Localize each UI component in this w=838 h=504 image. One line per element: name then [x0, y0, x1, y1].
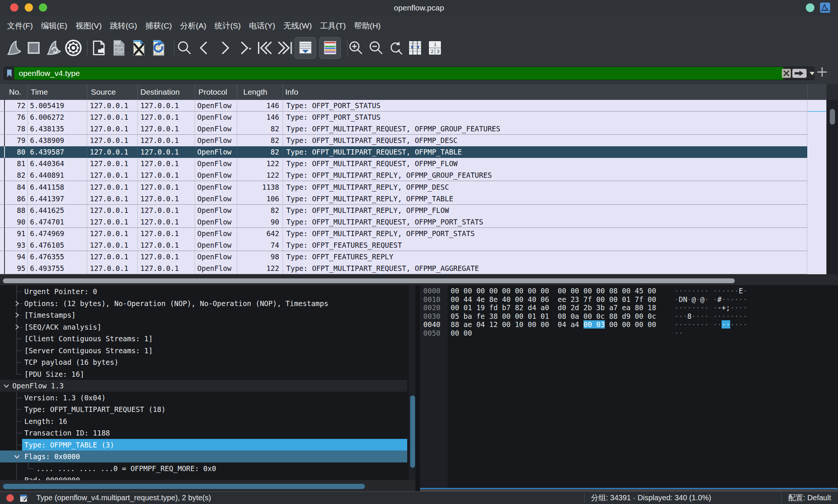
details-vscroll-thumb[interactable]: [410, 395, 415, 468]
packet-row-82[interactable]: 826.440891127.0.0.1127.0.0.1OpenFlow122T…: [0, 169, 807, 181]
detail-row[interactable]: Version: 1.3 (0x04): [0, 392, 407, 404]
filter-apply-icon[interactable]: [792, 69, 807, 78]
menu-item-9[interactable]: 工具(T): [316, 16, 350, 36]
packet-row-80[interactable]: 806.439587127.0.0.1127.0.0.1OpenFlow82Ty…: [0, 146, 807, 158]
zoom-in-button[interactable]: [347, 39, 365, 57]
start-capture-button[interactable]: [5, 39, 23, 57]
auto-scroll-button[interactable]: [295, 37, 316, 59]
hex-row-0010[interactable]: 001000 44 4e 8e 40 00 40 06 ee 23 7f 00 …: [415, 295, 838, 304]
packet-row-91[interactable]: 916.474969127.0.0.1127.0.0.1OpenFlow642T…: [0, 228, 807, 239]
detail-row[interactable]: [PDU Size: 16]: [0, 368, 407, 380]
packet-list-hscroll-thumb[interactable]: [3, 278, 735, 283]
go-last-button[interactable]: [276, 39, 294, 57]
menu-item-8[interactable]: 无线(W): [279, 16, 316, 36]
column-header-destination[interactable]: Destination: [140, 84, 180, 100]
column-separator[interactable]: [27, 84, 28, 100]
detail-row[interactable]: [Client Contiguous Streams: 1]: [0, 333, 407, 345]
menu-item-4[interactable]: 捕获(C): [141, 16, 176, 36]
detail-row[interactable]: [Timestamps]: [0, 309, 407, 321]
menu-item-7[interactable]: 电话(Y): [245, 16, 279, 36]
capture-options-button[interactable]: [64, 39, 82, 57]
zoom-out-button[interactable]: [367, 39, 385, 57]
expanded-chevron-icon[interactable]: [3, 382, 10, 389]
hex-row-0040[interactable]: 004088 ae 04 12 00 10 00 00 04 a4 00 03 …: [415, 320, 838, 329]
expanded-chevron-icon[interactable]: [13, 453, 20, 460]
packet-row-78[interactable]: 786.438135127.0.0.1127.0.0.1OpenFlow82Ty…: [0, 123, 807, 135]
packet-row-88[interactable]: 886.441625127.0.0.1127.0.0.1OpenFlow82Ty…: [0, 205, 807, 216]
filter-add-button[interactable]: [817, 67, 827, 77]
status-profile[interactable]: 配置: Default: [788, 492, 831, 504]
column-header-length[interactable]: Length: [243, 84, 267, 100]
column-header-no[interactable]: No.: [9, 84, 21, 100]
detail-row[interactable]: Type: OFPT_MULTIPART_REQUEST (18): [0, 403, 407, 415]
detail-row[interactable]: Options: (12 bytes), No-Operation (NOP),…: [0, 297, 407, 309]
reload-file-button[interactable]: 10101100110: [150, 39, 168, 57]
detail-row[interactable]: Length: 16: [0, 415, 407, 427]
packet-list-hscrollbar[interactable]: [0, 274, 838, 285]
detail-row[interactable]: .... .... .... ...0 = OFPMPF_REQ_MORE: 0…: [0, 462, 407, 474]
details-hscrollbar[interactable]: [0, 480, 415, 491]
resize-columns-button[interactable]: [406, 39, 424, 57]
column-separator[interactable]: [237, 84, 237, 100]
detail-row[interactable]: Urgent Pointer: 0: [0, 285, 407, 297]
column-header-protocol[interactable]: Protocol: [198, 84, 227, 100]
detail-row[interactable]: [Server Contiguous Streams: 1]: [0, 345, 407, 357]
detail-row[interactable]: [SEQ/ACK analysis]: [0, 321, 407, 333]
detail-row[interactable]: Transaction ID: 1188: [0, 427, 407, 439]
go-to-packet-button[interactable]: [235, 39, 253, 57]
details-hscroll-thumb[interactable]: [3, 484, 365, 489]
column-header-time[interactable]: Time: [31, 84, 48, 100]
close-file-button[interactable]: 01010110: [130, 39, 148, 57]
auto-resize-button[interactable]: 123: [426, 39, 444, 57]
hex-row-0020[interactable]: 002000 01 19 fd b7 82 d4 a0 d0 2d 2b 3b …: [415, 303, 838, 312]
menu-item-0[interactable]: 文件(F): [3, 16, 37, 36]
packet-row-90[interactable]: 906.474701127.0.0.1127.0.0.1OpenFlow90Ty…: [0, 216, 807, 228]
column-separator[interactable]: [807, 84, 808, 100]
hex-row-0050[interactable]: 005000 00··: [415, 329, 838, 337]
column-header-source[interactable]: Source: [91, 84, 116, 100]
detail-row[interactable]: Type: OFPMP_TABLE (3): [22, 439, 407, 451]
expert-info-icon[interactable]: [6, 494, 14, 502]
tray-status-icon[interactable]: [806, 3, 814, 12]
go-forward-button[interactable]: [216, 39, 234, 57]
menu-item-3[interactable]: 跳转(G): [106, 16, 141, 36]
find-packet-button[interactable]: [175, 39, 193, 57]
packet-row-81[interactable]: 816.440364127.0.0.1127.0.0.1OpenFlow122T…: [0, 158, 807, 169]
column-header-info[interactable]: Info: [285, 84, 298, 100]
filter-dropdown-caret[interactable]: [810, 72, 814, 75]
packet-row-95[interactable]: 956.493755127.0.0.1127.0.0.1OpenFlow122T…: [0, 263, 807, 274]
packet-row-94[interactable]: 946.476355127.0.0.1127.0.0.1OpenFlow98Ty…: [0, 251, 807, 263]
detail-row[interactable]: TCP payload (16 bytes): [0, 356, 407, 368]
hex-row-0030[interactable]: 003005 ba fe 38 00 00 01 01 08 0a 00 0c …: [415, 312, 838, 321]
save-file-button[interactable]: 010100110101110: [110, 39, 128, 57]
zoom-reset-button[interactable]: [387, 39, 405, 57]
column-separator[interactable]: [137, 84, 138, 100]
filter-bookmark-icon[interactable]: [4, 67, 14, 80]
restart-capture-button[interactable]: [45, 39, 63, 57]
packet-row-84[interactable]: 846.441158127.0.0.1127.0.0.1OpenFlow1138…: [0, 181, 807, 193]
display-filter-input[interactable]: openflow_v4.type: [14, 67, 783, 80]
column-separator[interactable]: [283, 84, 283, 100]
go-first-button[interactable]: [256, 39, 274, 57]
menu-item-5[interactable]: 分析(A): [176, 16, 210, 36]
collapsed-chevron-icon[interactable]: [13, 312, 20, 318]
menu-item-10[interactable]: 帮助(H): [350, 16, 385, 36]
packet-row-72[interactable]: 725.005419127.0.0.1127.0.0.1OpenFlow146T…: [0, 100, 807, 112]
collapsed-chevron-icon[interactable]: [13, 300, 20, 307]
colorize-button[interactable]: [319, 37, 341, 59]
menu-item-2[interactable]: 视图(V): [71, 16, 106, 36]
detail-row[interactable]: Pad: 00000000: [0, 474, 407, 480]
menu-item-6[interactable]: 统计(S): [210, 16, 245, 36]
packet-row-76[interactable]: 766.006272127.0.0.1127.0.0.1OpenFlow146T…: [0, 112, 807, 123]
packet-list-vscrollbar[interactable]: [826, 100, 838, 274]
filter-clear-icon[interactable]: [782, 69, 791, 78]
packet-row-79[interactable]: 796.438909127.0.0.1127.0.0.1OpenFlow82Ty…: [0, 135, 807, 146]
column-separator[interactable]: [87, 84, 87, 100]
packet-list-vscroll-thumb[interactable]: [830, 109, 835, 125]
menu-item-1[interactable]: 编辑(E): [37, 16, 71, 36]
packet-row-86[interactable]: 866.441397127.0.0.1127.0.0.1OpenFlow106T…: [0, 193, 807, 205]
column-separator[interactable]: [195, 84, 195, 100]
go-back-button[interactable]: [195, 39, 213, 57]
open-file-button[interactable]: [90, 39, 108, 57]
wireshark-logo-icon[interactable]: [820, 3, 830, 13]
